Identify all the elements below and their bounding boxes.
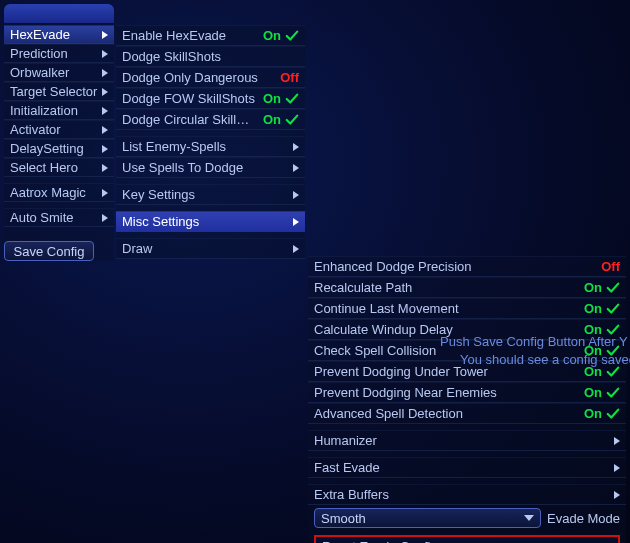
chevron-right-icon xyxy=(293,191,299,199)
menu-item-label: Aatrox Magic xyxy=(10,185,98,200)
menu-item[interactable]: HexEvade xyxy=(4,25,114,44)
evade-mode-row: Smooth Evade Mode xyxy=(308,505,626,531)
submenu-item[interactable]: Dodge Only DangerousOff xyxy=(116,67,305,88)
submenu-item[interactable]: Dodge FOW SkillShotsOn xyxy=(116,88,305,109)
misc-item[interactable]: Humanizer xyxy=(308,430,626,451)
menu-item-label: Activator xyxy=(10,122,98,137)
menu-item[interactable]: Target Selector xyxy=(4,82,114,101)
menu-item-label: Key Settings xyxy=(122,187,289,202)
submenu-item[interactable]: Draw xyxy=(116,238,305,259)
menu-item-label: Dodge FOW SkillShots xyxy=(122,91,257,106)
menu-item-label: Auto Smite xyxy=(10,210,98,225)
menu-item-label: Enhanced Dodge Precision xyxy=(314,259,595,274)
reset-label: Reset Evade Config xyxy=(322,539,438,544)
toggle-state: On xyxy=(584,280,602,295)
misc-item[interactable]: Recalculate PathOn xyxy=(308,277,626,298)
submenu-item[interactable]: Key Settings xyxy=(116,184,305,205)
menu-item-label: Dodge Only Dangerous xyxy=(122,70,274,85)
chevron-right-icon xyxy=(102,50,108,58)
reset-evade-config-button[interactable]: Reset Evade Config xyxy=(314,535,620,543)
misc-item[interactable]: Fast Evade xyxy=(308,457,626,478)
menu-item-label: Dodge SkillShots xyxy=(122,49,299,64)
submenu-item[interactable]: Use Spells To Dodge xyxy=(116,157,305,178)
chevron-right-icon xyxy=(102,145,108,153)
misc-item[interactable]: Check Spell CollisionOn xyxy=(308,340,626,361)
submenu-item[interactable]: Enable HexEvadeOn xyxy=(116,25,305,46)
menu-item-label: Misc Settings xyxy=(122,214,289,229)
misc-item[interactable]: Prevent Dodging Under TowerOn xyxy=(308,361,626,382)
misc-item[interactable]: Prevent Dodging Near EnemiesOn xyxy=(308,382,626,403)
chevron-right-icon xyxy=(102,126,108,134)
menu-item-label: Advanced Spell Detection xyxy=(314,406,578,421)
misc-item[interactable]: Calculate Windup DelayOn xyxy=(308,319,626,340)
menu-item-label: Prediction xyxy=(10,46,98,61)
menu-item-label: Extra Buffers xyxy=(314,487,610,502)
chevron-right-icon xyxy=(614,464,620,472)
main-menu: HexEvadePredictionOrbwalkerTarget Select… xyxy=(4,4,114,261)
toggle-state: On xyxy=(584,301,602,316)
toggle-state: Off xyxy=(280,70,299,85)
evade-mode-label: Evade Mode xyxy=(547,511,620,526)
misc-item[interactable]: Extra Buffers xyxy=(308,484,626,505)
chevron-right-icon xyxy=(614,437,620,445)
menu-item-label: Continue Last Movement xyxy=(314,301,578,316)
menu-item-auto-smite[interactable]: Auto Smite xyxy=(4,208,114,227)
chevron-right-icon xyxy=(293,143,299,151)
menu-item-label: Recalculate Path xyxy=(314,280,578,295)
check-icon xyxy=(285,92,299,106)
check-icon xyxy=(606,365,620,379)
chevron-right-icon xyxy=(102,88,108,96)
menu-item-label: Fast Evade xyxy=(314,460,610,475)
toggle-state: On xyxy=(584,364,602,379)
chevron-right-icon xyxy=(102,164,108,172)
menu-item-label: Prevent Dodging Under Tower xyxy=(314,364,578,379)
check-icon xyxy=(606,386,620,400)
misc-settings-submenu: Enhanced Dodge PrecisionOffRecalculate P… xyxy=(308,256,626,543)
menu-item[interactable]: Select Hero xyxy=(4,158,114,177)
menu-item[interactable]: Orbwalker xyxy=(4,63,114,82)
chevron-right-icon xyxy=(293,164,299,172)
menu-item-label: Target Selector xyxy=(10,84,98,99)
toggle-state: On xyxy=(584,322,602,337)
dropdown-value: Smooth xyxy=(321,511,366,526)
submenu-item[interactable]: Dodge SkillShots xyxy=(116,46,305,67)
menu-item-label: Select Hero xyxy=(10,160,98,175)
misc-item[interactable]: Enhanced Dodge PrecisionOff xyxy=(308,256,626,277)
submenu-item[interactable]: Dodge Circular SkillShotsOn xyxy=(116,109,305,130)
hexevade-submenu: Enable HexEvadeOnDodge SkillShotsDodge O… xyxy=(116,25,305,259)
misc-item[interactable]: Continue Last MovementOn xyxy=(308,298,626,319)
menu-item-label: HexEvade xyxy=(10,27,98,42)
submenu-item[interactable]: List Enemy-Spells xyxy=(116,136,305,157)
menu-item[interactable]: Activator xyxy=(4,120,114,139)
menu-item-aatrox-magic[interactable]: Aatrox Magic xyxy=(4,183,114,202)
menu-item-label: Check Spell Collision xyxy=(314,343,578,358)
menu-item-label: Initialization xyxy=(10,103,98,118)
menu-item-label: Orbwalker xyxy=(10,65,98,80)
check-icon xyxy=(606,407,620,421)
chevron-right-icon xyxy=(293,218,299,226)
chevron-down-icon xyxy=(524,515,534,521)
menu-item[interactable]: DelaySetting xyxy=(4,139,114,158)
chevron-right-icon xyxy=(102,31,108,39)
menu-item-label: Draw xyxy=(122,241,289,256)
chevron-right-icon xyxy=(293,245,299,253)
chevron-right-icon xyxy=(102,69,108,77)
check-icon xyxy=(606,323,620,337)
toggle-state: On xyxy=(263,91,281,106)
menu-item[interactable]: Prediction xyxy=(4,44,114,63)
toggle-state: On xyxy=(584,343,602,358)
evade-mode-dropdown[interactable]: Smooth xyxy=(314,508,541,528)
submenu-item[interactable]: Misc Settings xyxy=(116,211,305,232)
menu-item[interactable]: Initialization xyxy=(4,101,114,120)
check-icon xyxy=(285,113,299,127)
chevron-right-icon xyxy=(102,214,108,222)
check-icon xyxy=(606,302,620,316)
menu-item-label: Humanizer xyxy=(314,433,610,448)
menu-item-label: Prevent Dodging Near Enemies xyxy=(314,385,578,400)
chevron-right-icon xyxy=(614,491,620,499)
toggle-state: On xyxy=(263,112,281,127)
save-config-label: Save Config xyxy=(14,244,85,259)
misc-item[interactable]: Advanced Spell DetectionOn xyxy=(308,403,626,424)
save-config-button[interactable]: Save Config xyxy=(4,241,94,261)
chevron-right-icon xyxy=(102,107,108,115)
